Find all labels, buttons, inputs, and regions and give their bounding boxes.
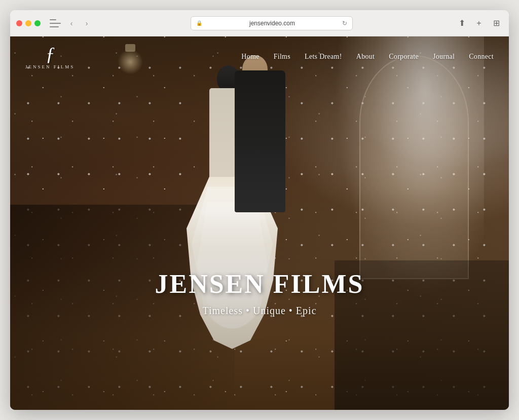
website-content: ƒ JENSEN FILMS Home Films Lets Dream! Ab… (10, 36, 509, 410)
minimize-button[interactable] (25, 20, 31, 26)
close-button[interactable] (16, 20, 22, 26)
back-button[interactable]: ‹ (65, 17, 78, 30)
browser-chrome: ‹ › 🔒 jensenvideo.com ↻ ⬆ + ⊞ (10, 10, 509, 36)
hero-text: JENSEN FILMS Timeless • Unique • Epic (155, 269, 364, 317)
nav-corporate[interactable]: Corporate (389, 53, 419, 61)
lock-icon: 🔒 (196, 20, 202, 26)
url-bar[interactable]: 🔒 jensenvideo.com ↻ (191, 16, 353, 30)
browser-controls: ‹ › (50, 17, 93, 30)
browser-actions: ⬆ + ⊞ (455, 17, 503, 30)
traffic-lights (16, 20, 41, 26)
nav-links: Home Films Lets Dream! About Corporate J… (241, 53, 494, 61)
nav-lets-dream[interactable]: Lets Dream! (305, 53, 342, 61)
new-tab-button[interactable]: + (472, 17, 486, 30)
nav-home[interactable]: Home (241, 53, 259, 61)
url-bar-container: 🔒 jensenvideo.com ↻ (98, 16, 445, 30)
logo-area: ƒ JENSEN FILMS (25, 44, 75, 69)
hero-title: JENSEN FILMS (155, 269, 364, 299)
nav-films[interactable]: Films (274, 53, 290, 61)
nav-connect[interactable]: Connect (469, 53, 494, 61)
browser-window: ‹ › 🔒 jensenvideo.com ↻ ⬆ + ⊞ (10, 10, 509, 410)
groom-silhouette (227, 55, 293, 248)
tab-grid-button[interactable]: ⊞ (490, 17, 503, 30)
fullscreen-button[interactable] (34, 20, 41, 26)
sidebar-toggle-button[interactable] (50, 17, 63, 30)
refresh-button[interactable]: ↻ (342, 20, 347, 27)
nav-about[interactable]: About (356, 53, 375, 61)
logo-script: ƒ (46, 44, 55, 63)
arch-window (359, 55, 469, 279)
nav-journal[interactable]: Journal (433, 53, 455, 61)
nav-bar: ƒ JENSEN FILMS Home Films Lets Dream! Ab… (10, 36, 509, 77)
forward-button[interactable]: › (80, 17, 93, 30)
url-text: jensenvideo.com (205, 20, 339, 27)
share-button[interactable]: ⬆ (455, 17, 468, 30)
hero-subtitle: Timeless • Unique • Epic (155, 305, 364, 317)
logo-name: JENSEN FILMS (25, 64, 75, 69)
